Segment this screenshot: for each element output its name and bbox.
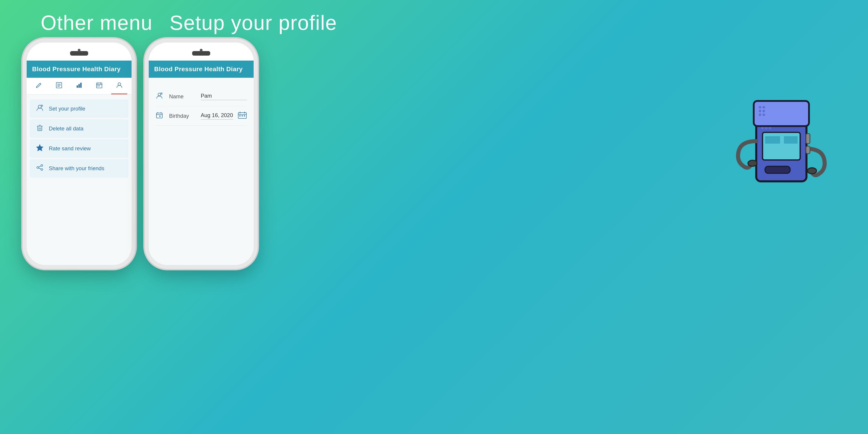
svg-point-60 — [763, 110, 765, 112]
svg-rect-66 — [806, 146, 810, 154]
calendar-picker-icon[interactable] — [238, 111, 247, 121]
svg-point-64 — [807, 168, 816, 174]
svg-point-26 — [37, 166, 39, 168]
svg-point-57 — [759, 106, 761, 108]
calendar-icon — [96, 82, 103, 90]
svg-rect-4 — [76, 86, 78, 88]
phone-right: Blood Pressure Health Diary Name Pam — [145, 38, 258, 269]
svg-point-30 — [158, 93, 161, 96]
svg-rect-44 — [244, 115, 245, 116]
app-header-left: Blood Pressure Health Diary — [27, 61, 131, 78]
phone-left: Blood Pressure Health Diary — [23, 38, 135, 269]
svg-rect-5 — [79, 84, 80, 88]
svg-point-63 — [748, 160, 757, 166]
menu-item-set-profile[interactable]: Set your profile — [30, 99, 128, 118]
svg-point-58 — [763, 106, 765, 108]
bp-device-illustration — [721, 86, 834, 199]
svg-point-59 — [759, 110, 761, 112]
camera-left — [78, 49, 81, 52]
svg-line-29 — [39, 168, 41, 169]
svg-point-62 — [763, 114, 765, 116]
menu-item-share-friends[interactable]: Share with your friends — [30, 159, 128, 178]
svg-point-61 — [759, 114, 761, 116]
svg-point-53 — [761, 127, 764, 129]
svg-rect-43 — [242, 115, 243, 116]
svg-point-25 — [41, 164, 43, 166]
set-profile-icon — [35, 104, 44, 114]
tab-edit[interactable] — [29, 78, 49, 94]
svg-rect-48 — [784, 136, 798, 144]
svg-line-28 — [39, 166, 41, 167]
list-icon — [56, 82, 62, 90]
share-icon — [35, 164, 44, 173]
section-title-other-menu: Other menu — [41, 11, 153, 35]
svg-rect-42 — [239, 115, 241, 116]
delete-icon — [35, 124, 44, 133]
svg-rect-11 — [97, 86, 98, 86]
menu-item-delete-data[interactable]: Delete all data — [30, 119, 128, 138]
phone-notch-left — [27, 42, 131, 61]
tab-calendar[interactable] — [89, 78, 109, 94]
svg-marker-24 — [37, 145, 43, 151]
name-field-icon — [156, 92, 164, 101]
svg-point-54 — [765, 127, 767, 129]
form-row-birthday: Birthday Aug 16, 2020 — [156, 106, 247, 126]
menu-item-delete-label: Delete all data — [49, 125, 84, 132]
profile-form: Name Pam Birthday Aug 16, 2020 — [149, 78, 254, 135]
profile-icon — [116, 82, 123, 90]
camera-right — [200, 49, 203, 52]
speaker-right — [192, 51, 210, 55]
svg-point-55 — [769, 127, 771, 129]
app-screen-right: Blood Pressure Health Diary Name Pam — [149, 61, 254, 265]
stats-icon — [76, 82, 83, 90]
bp-device-svg — [721, 86, 834, 199]
svg-rect-65 — [806, 133, 810, 144]
menu-item-share-label: Share with your friends — [49, 165, 104, 172]
birthday-value[interactable]: Aug 16, 2020 — [201, 112, 233, 120]
svg-point-13 — [118, 83, 121, 86]
name-label: Name — [169, 93, 196, 100]
name-value[interactable]: Pam — [201, 93, 247, 100]
app-title-left: Blood Pressure Health Diary — [32, 66, 121, 72]
phone-notch-right — [149, 42, 254, 61]
menu-item-set-profile-label: Set your profile — [49, 105, 85, 112]
tab-list[interactable] — [49, 78, 69, 94]
svg-rect-47 — [765, 136, 780, 144]
svg-rect-12 — [99, 86, 100, 86]
birthday-label: Birthday — [169, 113, 196, 119]
menu-item-rate-review[interactable]: Rate sand review — [30, 139, 128, 158]
app-screen-left: Blood Pressure Health Diary — [27, 61, 131, 265]
svg-rect-34 — [156, 113, 162, 118]
app-title-right: Blood Pressure Health Diary — [154, 66, 243, 72]
menu-item-rate-label: Rate sand review — [49, 145, 91, 152]
star-icon — [35, 144, 44, 153]
section-title-setup-profile: Setup your profile — [169, 11, 337, 35]
birthday-field-icon — [156, 111, 164, 121]
svg-rect-56 — [754, 101, 809, 126]
speaker-left — [70, 51, 88, 55]
tab-bar-left — [27, 78, 131, 94]
form-row-name: Name Pam — [156, 87, 247, 106]
menu-list: Set your profile Delete all data — [27, 94, 131, 183]
svg-point-27 — [41, 168, 43, 170]
tab-profile[interactable] — [109, 78, 129, 94]
tab-stats[interactable] — [69, 78, 89, 94]
svg-rect-49 — [765, 166, 790, 174]
edit-icon — [35, 82, 42, 90]
svg-rect-6 — [80, 83, 82, 88]
app-header-right: Blood Pressure Health Diary — [149, 61, 254, 78]
